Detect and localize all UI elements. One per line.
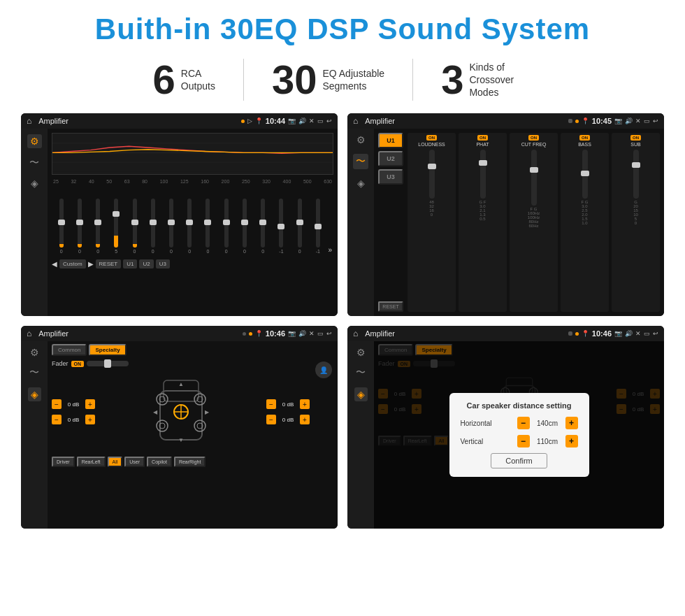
u1-button[interactable]: U1 — [378, 133, 403, 148]
dialog-minus-horizontal[interactable]: − — [517, 417, 530, 429]
user-btn[interactable]: User — [124, 457, 145, 467]
db-minus-rl[interactable]: − — [52, 415, 62, 424]
eq-slider-2[interactable]: 0 — [71, 199, 87, 254]
screen1-sidebar: ⚙ 〜 ◈ — [21, 129, 48, 316]
rearright-btn[interactable]: RearRight — [174, 457, 206, 467]
eq-filter-icon-3[interactable]: ⚙ — [30, 347, 39, 358]
sub-slider[interactable] — [633, 150, 639, 199]
close-icon-2[interactable]: ✕ — [635, 117, 641, 124]
fader-header: Fader ON — [52, 360, 310, 367]
eq-filter-icon[interactable]: ⚙ — [27, 134, 42, 148]
eq-reset-btn[interactable]: RESET — [96, 259, 122, 268]
close-icon-3[interactable]: ✕ — [309, 330, 315, 337]
bass-on-badge[interactable]: ON — [579, 135, 590, 141]
close-icon-1[interactable]: ✕ — [309, 117, 315, 124]
eq-filter-icon-2[interactable]: ⚙ — [356, 134, 366, 145]
eq-slider-9[interactable]: 0 — [200, 199, 216, 254]
speaker-icon-2[interactable]: ◈ — [357, 178, 365, 189]
close-icon-4[interactable]: ✕ — [635, 330, 641, 337]
rearleft-btn[interactable]: RearLeft — [77, 457, 106, 467]
back-icon-4[interactable]: ↩ — [653, 330, 658, 337]
eq-play-btn[interactable]: ▶ — [88, 260, 94, 268]
db-plus-rl[interactable]: + — [85, 415, 95, 424]
tab-specialty[interactable]: Specialty — [89, 344, 126, 356]
svg-text:▶: ▶ — [205, 409, 210, 415]
cutfreq-on-badge[interactable]: ON — [528, 135, 539, 141]
fader-tabs: Common Specialty — [52, 344, 333, 356]
home-icon-4[interactable]: ⌂ — [353, 329, 358, 338]
eq-slider-3[interactable]: 0 — [89, 199, 106, 254]
db-minus-rr[interactable]: − — [266, 415, 276, 424]
eq-slider-12[interactable]: 0 — [255, 199, 271, 254]
db-value-rl: 0 dB — [63, 417, 84, 423]
u3-button[interactable]: U3 — [378, 169, 403, 185]
loudness-on-badge[interactable]: ON — [426, 135, 437, 141]
location-icon-2: 📍 — [582, 117, 589, 124]
dialog-value-vertical: 110cm — [532, 438, 563, 445]
home-icon-2[interactable]: ⌂ — [353, 116, 358, 126]
speaker-icon-3[interactable]: ◈ — [28, 387, 41, 401]
eq-u3-btn[interactable]: U3 — [156, 259, 170, 268]
eq-slider-13[interactable]: -1 — [273, 199, 289, 254]
rect-icon-4: ▭ — [644, 330, 650, 337]
back-icon-2[interactable]: ↩ — [653, 117, 658, 124]
eq-filter-icon-4[interactable]: ⚙ — [356, 347, 366, 358]
bass-slider[interactable] — [582, 150, 588, 199]
screen4-sidebar: ⚙ 〜 ◈ — [347, 341, 374, 529]
speaker-icon-4[interactable]: ◈ — [354, 387, 368, 401]
wave-icon-3[interactable]: 〜 — [29, 366, 39, 379]
phat-slider[interactable] — [480, 150, 486, 199]
back-icon-1[interactable]: ↩ — [326, 117, 332, 124]
avatar-btn[interactable]: 👤 — [315, 361, 332, 378]
cutfreq-slider[interactable] — [531, 150, 537, 206]
db-plus-fr[interactable]: + — [300, 399, 310, 409]
db-plus-fl[interactable]: + — [85, 399, 95, 409]
svg-text:▼: ▼ — [178, 437, 184, 443]
eq-u1-btn[interactable]: U1 — [123, 259, 137, 268]
eq-slider-6[interactable]: 0 — [145, 199, 161, 254]
db-minus-fr[interactable]: − — [266, 399, 276, 409]
db-minus-fl[interactable]: − — [52, 399, 62, 409]
wave-icon-2[interactable]: 〜 — [353, 154, 368, 169]
eq-slider-14[interactable]: 0 — [291, 199, 308, 254]
svg-text:▲: ▲ — [178, 381, 184, 387]
speaker-icon[interactable]: ◈ — [31, 178, 38, 189]
eq-prev-icon[interactable]: ◀ — [52, 260, 57, 268]
reset-button-crossover[interactable]: RESET — [378, 301, 403, 312]
screen1-title: Amplifier — [38, 117, 238, 125]
eq-expand-icon[interactable]: » — [329, 246, 333, 254]
all-btn[interactable]: All — [108, 457, 123, 467]
fader-on-badge[interactable]: ON — [71, 361, 85, 367]
svg-point-8 — [194, 394, 206, 405]
eq-slider-5[interactable]: 0 — [127, 199, 143, 254]
home-icon-3[interactable]: ⌂ — [27, 329, 31, 338]
phat-on-badge[interactable]: ON — [477, 135, 488, 141]
copilot-btn[interactable]: Copilot — [147, 457, 172, 467]
eq-slider-11[interactable]: 0 — [236, 199, 252, 254]
sub-on-badge[interactable]: ON — [630, 135, 641, 141]
eq-slider-8[interactable]: 0 — [182, 199, 198, 254]
eq-slider-15[interactable]: -1 — [310, 199, 326, 254]
eq-custom-btn[interactable]: Custom — [59, 259, 86, 268]
wave-icon[interactable]: 〜 — [29, 157, 39, 169]
dialog-minus-vertical[interactable]: − — [517, 435, 530, 447]
driver-btn[interactable]: Driver — [52, 457, 75, 467]
eq-slider-1[interactable]: 0 — [53, 199, 69, 254]
confirm-button[interactable]: Confirm — [491, 453, 547, 468]
back-icon-3[interactable]: ↩ — [326, 330, 332, 337]
status-dot-1 — [241, 120, 245, 123]
dialog-plus-vertical[interactable]: + — [565, 435, 578, 447]
tab-common[interactable]: Common — [52, 344, 87, 356]
eq-u2-btn[interactable]: U2 — [139, 259, 153, 268]
home-icon-1[interactable]: ⌂ — [27, 116, 31, 126]
fader-track[interactable] — [87, 361, 129, 366]
eq-slider-4[interactable]: 5 — [108, 199, 124, 254]
eq-slider-10[interactable]: 0 — [218, 199, 234, 254]
db-plus-rr[interactable]: + — [300, 415, 310, 424]
wave-icon-4[interactable]: 〜 — [356, 366, 366, 379]
dialog-plus-horizontal[interactable]: + — [565, 417, 578, 429]
u2-button[interactable]: U2 — [378, 151, 403, 166]
dialog-overlay: Car speaker distance setting Horizontal … — [374, 341, 664, 529]
loudness-slider[interactable] — [429, 150, 435, 199]
eq-slider-7[interactable]: 0 — [163, 199, 179, 254]
